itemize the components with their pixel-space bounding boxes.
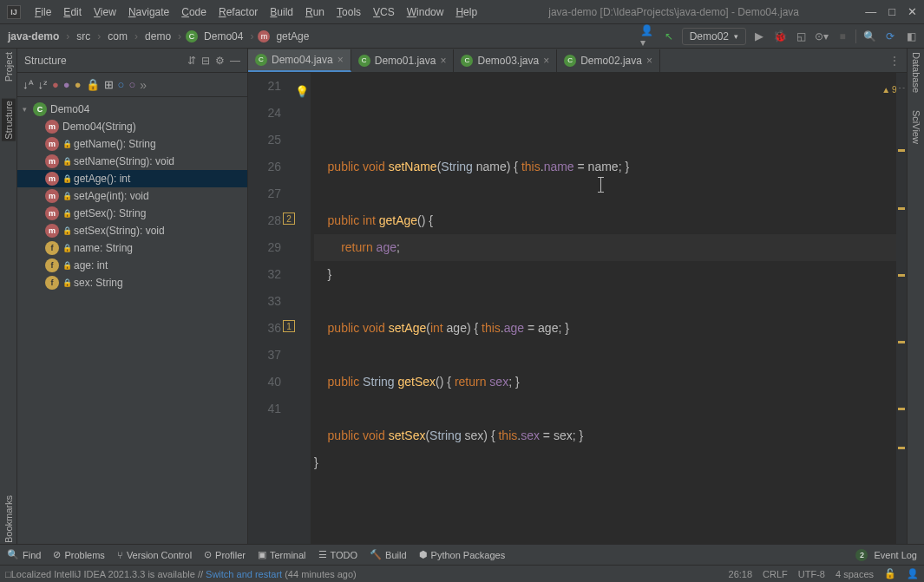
breadcrumb-project[interactable]: java-demo: [5, 29, 62, 44]
bottom-toolbar: 🔍 Find ⊘ Problems ⑂ Version Control ⊙ Pr…: [0, 544, 924, 565]
menu-file[interactable]: File: [29, 3, 56, 21]
editor-tab[interactable]: CDemo03.java×: [454, 49, 557, 72]
maximize-button[interactable]: □: [888, 5, 895, 18]
profile-button[interactable]: ⊙▾: [814, 29, 829, 44]
structure-title: Structure: [24, 55, 182, 67]
stop-button[interactable]: ■: [835, 29, 850, 44]
tree-item[interactable]: f🔒age: int: [17, 257, 247, 274]
bookmarks-tool-button[interactable]: Bookmarks: [3, 495, 14, 543]
sciview-tool-button[interactable]: SciView: [911, 110, 921, 144]
tree-item[interactable]: m🔒setAge(int): void: [17, 187, 247, 205]
database-tool-button[interactable]: Database: [911, 52, 921, 93]
profiler-tool[interactable]: ⊙ Profiler: [204, 549, 246, 560]
menu-run[interactable]: Run: [300, 3, 330, 21]
event-log[interactable]: 2Event Log: [855, 549, 917, 561]
error-stripe[interactable]: ▲9ˆˇ: [896, 73, 907, 552]
tree-item[interactable]: m🔒getAge(): int: [17, 170, 247, 187]
find-tool[interactable]: 🔍 Find: [7, 549, 41, 560]
menu-refactor[interactable]: Refactor: [213, 3, 263, 21]
python-tool[interactable]: ⬢ Python Packages: [419, 549, 506, 560]
structure-toolbar: ↓ᴬ ↓ᶻ ● ● ● 🔒 ⊞ ○ ○ »: [17, 73, 247, 97]
close-button[interactable]: ✕: [908, 5, 917, 18]
menu-view[interactable]: View: [88, 3, 121, 21]
close-tab-icon[interactable]: ×: [440, 55, 446, 67]
menu-edit[interactable]: Edit: [58, 3, 87, 21]
menu-window[interactable]: Window: [402, 3, 449, 21]
breadcrumb[interactable]: java-demo › src› com› demo› CDemo04› mge…: [5, 29, 311, 44]
minimize-button[interactable]: —: [865, 5, 876, 18]
menu-build[interactable]: Build: [265, 3, 298, 21]
terminal-tool[interactable]: ▣ Terminal: [258, 549, 306, 560]
editor-tabs: CDemo04.java×CDemo01.java×CDemo03.java×C…: [248, 49, 907, 73]
structure-tree: ▾CDemo04mDemo04(String)m🔒getName(): Stri…: [17, 97, 247, 295]
fold-column[interactable]: [297, 73, 311, 552]
tree-item[interactable]: f🔒name: String: [17, 239, 247, 257]
tree-item[interactable]: m🔒setName(String): void: [17, 153, 247, 170]
text-cursor: [600, 177, 601, 193]
status-message: Localized IntelliJ IDEA 2021.3.3 is avai…: [11, 569, 718, 579]
problems-tool[interactable]: ⊘ Problems: [53, 549, 104, 560]
menu-navigate[interactable]: Navigate: [123, 3, 174, 21]
hide-icon[interactable]: —: [230, 55, 240, 67]
close-tab-icon[interactable]: ×: [337, 54, 344, 66]
tree-root[interactable]: ▾CDemo04: [17, 101, 247, 118]
gear-icon[interactable]: ⚙: [215, 55, 225, 67]
vcs-tool[interactable]: ⑂ Version Control: [117, 550, 192, 560]
menu-tools[interactable]: Tools: [331, 3, 366, 21]
indent[interactable]: 4 spaces: [836, 569, 874, 579]
status-bar: □ Localized IntelliJ IDEA 2021.3.3 is av…: [0, 565, 924, 582]
code-area[interactable]: public void setName(String name) { this.…: [311, 73, 896, 552]
main-menu: FileEditViewNavigateCodeRefactorBuildRun…: [29, 3, 482, 21]
build-tool[interactable]: 🔨 Build: [370, 549, 406, 560]
structure-tool-button[interactable]: Structure: [2, 99, 16, 141]
method-icon: m: [258, 30, 270, 43]
collapse-icon[interactable]: ⊟: [201, 55, 210, 67]
editor-tab[interactable]: CDemo02.java×: [557, 49, 660, 72]
search-icon[interactable]: 🔍: [862, 29, 877, 44]
status-icon: □: [5, 569, 11, 579]
cursor-position[interactable]: 26:18: [729, 569, 753, 579]
line-gutter[interactable]: 2124252627282293233361374041: [248, 73, 297, 552]
window-title: java-demo [D:\IdeaProjects\java-demo] - …: [482, 6, 865, 18]
menu-code[interactable]: Code: [176, 3, 212, 21]
inspect-icon[interactable]: 👤: [907, 568, 919, 579]
restart-link[interactable]: Switch and restart: [206, 569, 282, 579]
user-icon[interactable]: 👤▾: [640, 29, 656, 44]
back-arrow-icon[interactable]: ↖: [661, 29, 677, 44]
coverage-button[interactable]: ◱: [793, 29, 809, 44]
encoding[interactable]: UTF-8: [798, 569, 825, 579]
tree-item[interactable]: m🔒setSex(String): void: [17, 222, 247, 239]
sync-icon[interactable]: ⟳: [882, 29, 898, 44]
ide-icon[interactable]: ◧: [903, 29, 919, 44]
debug-button[interactable]: 🐞: [772, 29, 788, 44]
tree-item[interactable]: m🔒getName(): String: [17, 135, 247, 153]
line-separator[interactable]: CRLF: [763, 569, 788, 579]
project-tool-button[interactable]: Project: [3, 52, 14, 82]
structure-panel: Structure ⇵ ⊟ ⚙ — ↓ᴬ ↓ᶻ ● ● ● 🔒 ⊞ ○ ○ » …: [17, 49, 248, 552]
readonly-icon[interactable]: 🔓: [884, 568, 896, 579]
expand-icon[interactable]: ⇵: [187, 55, 196, 67]
run-button[interactable]: ▶: [751, 29, 767, 44]
close-tab-icon[interactable]: ×: [543, 55, 549, 67]
menu-vcs[interactable]: VCS: [368, 3, 400, 21]
tree-item[interactable]: m🔒getSex(): String: [17, 205, 247, 222]
editor-tab[interactable]: CDemo04.java×: [248, 49, 351, 72]
run-config-dropdown[interactable]: Demo02▾: [682, 28, 746, 45]
tree-item[interactable]: mDemo04(String): [17, 118, 247, 135]
tabs-more-icon[interactable]: ⋮: [882, 55, 907, 67]
tree-item[interactable]: f🔒sex: String: [17, 274, 247, 291]
class-icon: C: [186, 30, 198, 43]
close-tab-icon[interactable]: ×: [646, 55, 652, 67]
editor-tab[interactable]: CDemo01.java×: [351, 49, 455, 72]
menu-help[interactable]: Help: [450, 3, 482, 21]
app-logo: IJ: [7, 5, 21, 19]
intention-bulb-icon[interactable]: 💡: [295, 78, 309, 105]
todo-tool[interactable]: ☰ TODO: [318, 549, 358, 560]
